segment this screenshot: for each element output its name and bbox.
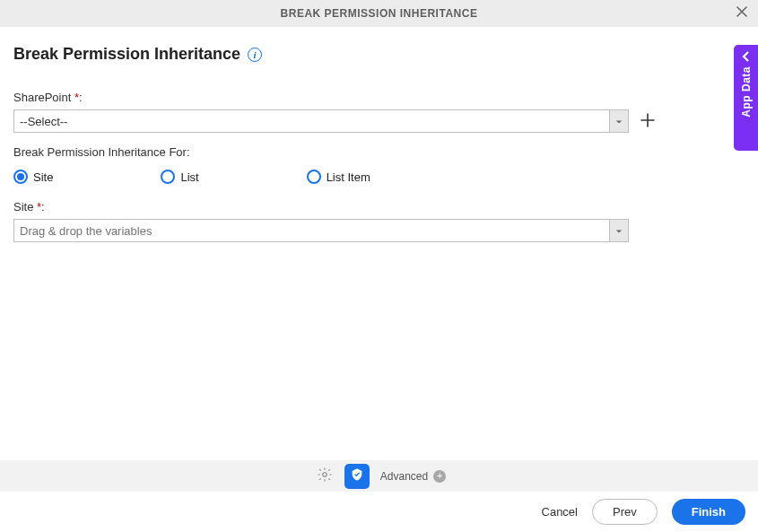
sharepoint-select[interactable] <box>13 109 629 133</box>
site-label-text: Site <box>13 200 37 214</box>
radio-icon <box>307 170 321 184</box>
sharepoint-field-row <box>13 109 745 133</box>
chevron-down-icon <box>615 115 623 128</box>
site-select[interactable] <box>13 219 629 242</box>
close-button[interactable] <box>733 4 751 22</box>
label-colon: : <box>41 200 45 214</box>
close-icon <box>736 5 748 21</box>
finish-button[interactable]: Finish <box>672 499 745 525</box>
cancel-button[interactable]: Cancel <box>542 505 578 519</box>
page-title: Break Permission Inheritance <box>13 45 240 64</box>
label-colon: : <box>79 91 83 104</box>
radio-site[interactable]: Site <box>13 170 53 184</box>
radio-list[interactable]: List <box>161 170 198 184</box>
modal-body: Break Permission Inheritance i SharePoin… <box>0 27 758 460</box>
radio-list-item-label: List Item <box>327 170 370 184</box>
chevron-left-icon <box>740 50 753 63</box>
radio-list-item[interactable]: List Item <box>307 170 370 184</box>
sharepoint-label: SharePoint *: <box>13 91 745 104</box>
radio-dot-icon <box>17 173 24 180</box>
info-icon[interactable]: i <box>248 48 262 62</box>
sharepoint-select-caret[interactable] <box>609 109 629 133</box>
plus-circle-icon: + <box>433 470 446 483</box>
shield-icon <box>350 467 364 484</box>
add-sharepoint-button[interactable] <box>640 113 656 129</box>
modal-footer: Cancel Prev Finish <box>0 492 758 532</box>
advanced-label: Advanced <box>380 470 428 483</box>
radio-list-label: List <box>180 170 198 184</box>
prev-button[interactable]: Prev <box>592 499 658 525</box>
modal-header: BREAK PERMISSION INHERITANCE <box>0 0 758 27</box>
sharepoint-select-value[interactable] <box>13 109 629 133</box>
radio-icon <box>13 170 28 184</box>
svg-point-0 <box>323 473 327 477</box>
advanced-toggle[interactable]: Advanced + <box>380 470 446 483</box>
app-data-label: App Data <box>740 66 753 118</box>
break-for-radio-group: Site List List Item <box>13 170 745 184</box>
break-for-label: Break Permission Inheritance For: <box>13 145 745 159</box>
page-title-row: Break Permission Inheritance i <box>13 45 745 64</box>
app-data-panel-toggle[interactable]: App Data <box>734 45 758 151</box>
modal-title: BREAK PERMISSION INHERITANCE <box>281 7 478 20</box>
gear-icon <box>317 467 333 485</box>
security-button[interactable] <box>344 464 370 489</box>
settings-button[interactable] <box>312 464 337 489</box>
site-select-input[interactable] <box>13 219 629 242</box>
radio-icon <box>161 170 175 184</box>
sharepoint-label-text: SharePoint <box>13 91 74 104</box>
bottom-toolbar: Advanced + <box>0 460 758 492</box>
plus-icon <box>640 113 655 130</box>
chevron-down-icon <box>615 224 623 238</box>
radio-site-label: Site <box>33 170 53 184</box>
site-field-row <box>13 219 745 242</box>
site-select-caret[interactable] <box>609 219 629 242</box>
site-label: Site *: <box>13 200 745 214</box>
